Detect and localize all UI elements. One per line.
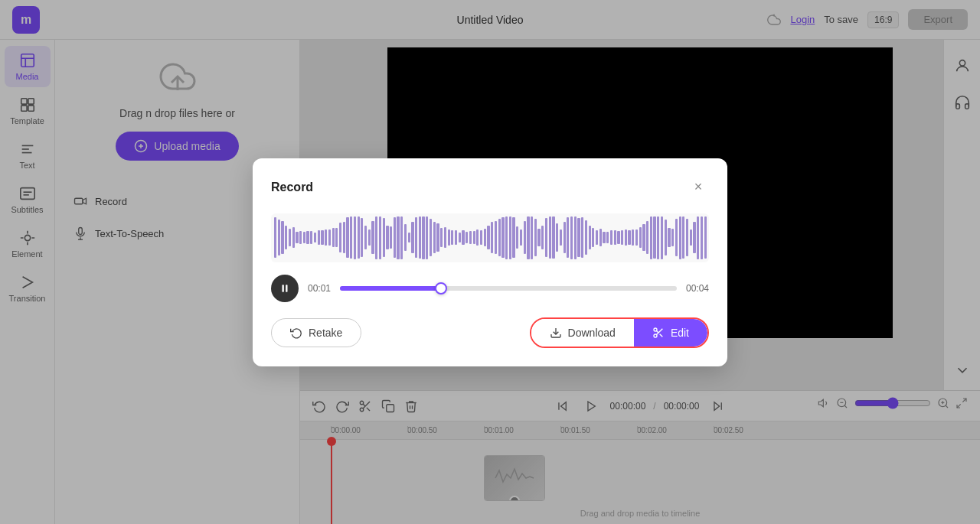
action-buttons: Download Edit xyxy=(530,317,709,348)
waveform-bar xyxy=(567,217,569,258)
progress-thumb xyxy=(435,282,447,295)
waveform-bar xyxy=(686,219,688,255)
waveform-bar xyxy=(343,222,345,253)
pause-icon xyxy=(279,283,290,294)
download-icon xyxy=(550,327,562,339)
waveform-bar xyxy=(354,216,356,259)
waveform-bar xyxy=(444,227,446,248)
waveform-bar xyxy=(524,221,526,255)
retake-button[interactable]: Retake xyxy=(271,318,361,347)
waveform-bar xyxy=(599,229,602,246)
waveform-bar xyxy=(278,220,280,255)
waveform-bar xyxy=(527,216,529,259)
waveform-bar xyxy=(371,221,374,255)
waveform-bar xyxy=(661,216,663,259)
svg-point-47 xyxy=(654,334,657,337)
waveform-bar xyxy=(404,224,407,252)
waveform-bar xyxy=(306,231,309,245)
waveform-bar xyxy=(379,216,381,259)
progress-track[interactable] xyxy=(340,286,677,291)
pause-button[interactable] xyxy=(271,275,299,302)
modal-header: Record × xyxy=(271,177,709,198)
waveform-bar xyxy=(318,230,320,246)
waveform-bar xyxy=(556,223,558,252)
waveform-bar xyxy=(505,216,508,259)
waveform-bar xyxy=(436,223,439,252)
waveform-bar xyxy=(679,216,681,259)
waveform-bar xyxy=(466,232,468,244)
waveform-bar xyxy=(455,230,457,245)
modal-title: Record xyxy=(271,181,313,194)
waveform-bar xyxy=(690,229,692,246)
waveform-bar xyxy=(614,230,616,245)
waveform-bar xyxy=(516,226,518,248)
edit-button[interactable]: Edit xyxy=(634,319,707,347)
waveform-bar xyxy=(545,218,547,256)
waveform-bar xyxy=(440,228,443,246)
waveform-bar xyxy=(476,229,479,245)
waveform-bar xyxy=(426,216,428,259)
waveform-bar xyxy=(657,216,659,259)
waveform-bar xyxy=(335,228,338,248)
scissors-icon xyxy=(652,327,665,339)
svg-line-49 xyxy=(660,334,663,337)
waveform-bar xyxy=(549,216,551,259)
waveform-bar xyxy=(274,217,276,258)
waveform-bar xyxy=(564,222,566,252)
waveform-bar xyxy=(646,221,648,255)
waveform-bar xyxy=(325,229,327,246)
time-start: 00:01 xyxy=(308,283,331,294)
waveform-bar xyxy=(589,226,591,249)
waveform-bar xyxy=(621,230,623,244)
waveform-bar xyxy=(701,216,703,259)
waveform-bar xyxy=(459,233,461,242)
waveform-bar xyxy=(386,226,388,249)
waveform-bar xyxy=(350,216,352,259)
waveform-bar xyxy=(642,224,645,252)
waveform-bar xyxy=(552,216,554,258)
waveform-bar xyxy=(281,221,283,255)
waveform-bar xyxy=(617,231,619,243)
waveform-bar xyxy=(665,220,667,255)
waveform-bar xyxy=(581,217,583,257)
waveform-bar xyxy=(520,229,522,246)
modal-footer: Retake Download Edit xyxy=(271,317,709,348)
waveform-bar xyxy=(321,230,323,244)
waveform-bar xyxy=(653,216,655,259)
svg-rect-44 xyxy=(286,285,287,291)
waveform-bar xyxy=(577,218,580,257)
waveform-container xyxy=(271,213,709,262)
svg-line-50 xyxy=(656,330,658,333)
waveform-bar xyxy=(693,222,695,253)
waveform-bar xyxy=(473,231,475,245)
waveform-bar xyxy=(487,226,489,250)
waveform-bar xyxy=(285,226,287,249)
waveform-bar xyxy=(628,230,630,245)
progress-row: 00:01 00:04 xyxy=(271,275,709,302)
waveform-bar xyxy=(585,220,587,254)
waveform-bars xyxy=(274,213,706,262)
waveform-bar xyxy=(574,216,577,259)
waveform-bar xyxy=(383,218,385,256)
waveform-bar xyxy=(422,216,424,259)
waveform-bar xyxy=(491,222,493,252)
waveform-bar xyxy=(310,231,312,245)
waveform-bar xyxy=(697,216,699,259)
waveform-bar xyxy=(606,232,609,242)
waveform-bar xyxy=(332,228,335,248)
svg-rect-43 xyxy=(283,285,284,291)
time-end: 00:04 xyxy=(686,283,709,294)
waveform-bar xyxy=(400,216,403,259)
waveform-bar xyxy=(639,227,642,248)
waveform-bar xyxy=(408,233,410,242)
waveform-bar xyxy=(603,232,605,243)
waveform-bar xyxy=(314,233,316,242)
modal-close-button[interactable]: × xyxy=(688,177,709,198)
waveform-bar xyxy=(328,229,331,246)
download-button[interactable]: Download xyxy=(531,319,634,347)
waveform-bar xyxy=(509,216,511,259)
waveform-bar xyxy=(682,216,684,258)
modal-overlay: Record × 00:01 00:04 Retake xyxy=(0,0,980,524)
waveform-bar xyxy=(419,216,421,259)
waveform-bar xyxy=(451,230,453,244)
